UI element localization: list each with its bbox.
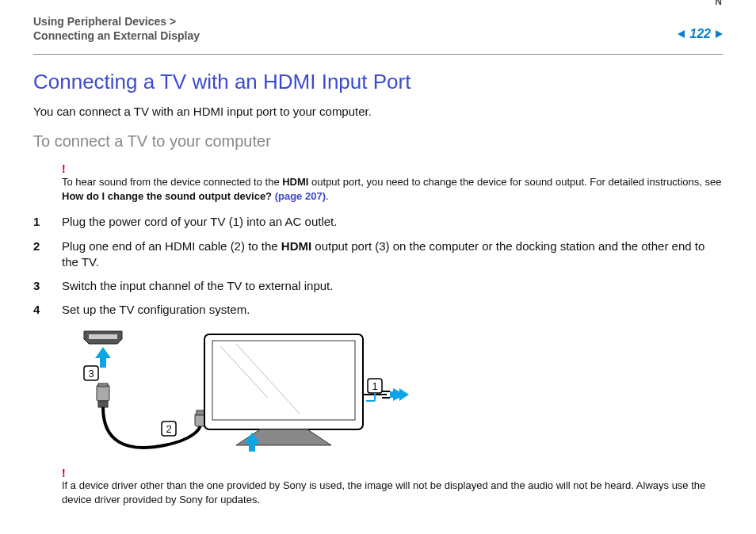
step-text: Set up the TV configuration system. [62, 303, 250, 316]
steps-list: 1 Plug the power cord of your TV (1) int… [33, 214, 723, 318]
svg-rect-4 [97, 385, 109, 401]
page-number-nav: 122 [678, 25, 723, 43]
note-bold-question: How do I change the sound output device? [62, 190, 275, 202]
breadcrumb-line1: Using Peripheral Devices > [33, 15, 176, 28]
note-text-post: . [326, 190, 329, 202]
warning-icon: ! [62, 466, 723, 481]
warning-icon: ! [62, 162, 723, 177]
svg-rect-12 [212, 341, 355, 420]
step-text-pre: Plug one end of an HDMI cable (2) to the [62, 239, 281, 253]
step-4: 4 Set up the TV configuration system. [33, 302, 723, 318]
svg-marker-1 [95, 347, 111, 368]
page-number: 122 [689, 25, 711, 43]
page: N Using Peripheral Devices > Connecting … [0, 0, 756, 534]
step-3: 3 Switch the input channel of the TV to … [33, 278, 723, 294]
note-link[interactable]: (page 207) [275, 190, 326, 202]
breadcrumb: Using Peripheral Devices > Connecting an… [33, 14, 723, 43]
step-text: Switch the input channel of the TV to ex… [62, 279, 333, 292]
step-num: 3 [33, 278, 40, 294]
step-num: 4 [33, 302, 40, 318]
step-text: Plug the power cord of your TV (1) into … [62, 215, 337, 228]
step-2: 2 Plug one end of an HDMI cable (2) to t… [33, 238, 723, 271]
note-driver-text: If a device driver other than the one pr… [62, 479, 705, 505]
note-bold-hdmi: HDMI [282, 176, 308, 188]
intro-text: You can connect a TV with an HDMI input … [33, 104, 723, 120]
svg-rect-0 [89, 334, 117, 339]
page-title: Connecting a TV with an HDMI Input Port [33, 68, 723, 96]
prev-page-icon[interactable] [678, 30, 685, 38]
svg-text:3: 3 [88, 368, 94, 380]
tv-icon [204, 334, 363, 445]
svg-text:1: 1 [372, 380, 377, 392]
header: Using Peripheral Devices > Connecting an… [33, 14, 723, 55]
step-1: 1 Plug the power cord of your TV (1) int… [33, 214, 723, 230]
figure-hdmi-tv: 3 2 [62, 326, 410, 461]
step-bold: HDMI [281, 239, 311, 253]
next-page-icon[interactable] [716, 30, 723, 38]
callout-2: 2 [162, 421, 176, 436]
note-text-mid: output port, you need to change the devi… [308, 176, 721, 188]
step-num: 2 [33, 238, 40, 254]
n-label: N [715, 0, 723, 8]
arrow-right-icon [390, 388, 409, 401]
breadcrumb-line2: Connecting an External Display [33, 29, 200, 42]
svg-rect-5 [98, 383, 108, 387]
note-sound: ! To hear sound from the device connecte… [62, 162, 723, 203]
hdmi-cable-icon [103, 407, 200, 448]
arrow-up-icon [95, 347, 111, 368]
step-num: 1 [33, 214, 40, 230]
diagram-svg: 3 2 [62, 326, 410, 461]
note-text-pre: To hear sound from the device connected … [62, 176, 282, 188]
hdmi-port-icon [84, 331, 122, 344]
svg-text:2: 2 [166, 423, 171, 435]
svg-marker-24 [390, 388, 406, 401]
hdmi-connector-icon [97, 383, 109, 407]
subtitle: To connect a TV to your computer [33, 131, 723, 152]
note-driver: ! If a device driver other than the one … [62, 466, 723, 507]
svg-rect-8 [197, 410, 204, 415]
callout-1: 1 [366, 379, 382, 401]
svg-rect-6 [98, 401, 108, 407]
content: Connecting a TV with an HDMI Input Port … [33, 68, 723, 507]
callout-3: 3 [84, 366, 98, 380]
